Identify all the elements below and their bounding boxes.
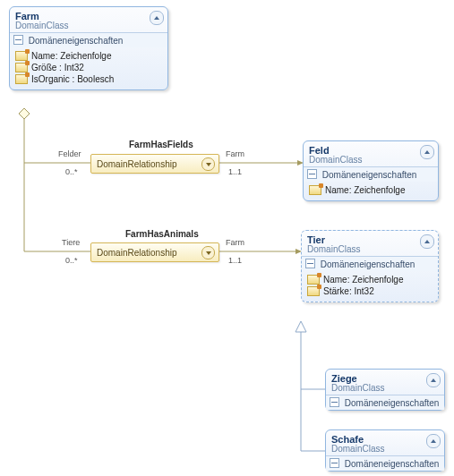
relationship-name: FarmHasFields	[129, 140, 193, 149]
property-icon	[307, 286, 320, 296]
property-row[interactable]: Stärke: Int32	[307, 285, 433, 297]
chevron-up-icon[interactable]	[426, 434, 441, 448]
property-label: IsOrganic : Boolesch	[31, 74, 114, 84]
class-header: Schafe DomainClass	[326, 430, 444, 455]
compartment: Domäneneigenschaften Name: Zeichenfolge …	[302, 256, 438, 302]
chevron-up-icon[interactable]	[420, 234, 434, 249]
multiplicity-label-left: 0..*	[65, 256, 78, 265]
class-farm[interactable]: Farm DomainClass Domäneneigenschaften Na…	[9, 6, 168, 90]
property-row[interactable]: Name: Zeichenfolge	[15, 50, 162, 62]
property-row[interactable]: Name: Zeichenfolge	[307, 274, 433, 285]
compartment-header[interactable]: Domäneneigenschaften	[326, 456, 444, 471]
minus-icon[interactable]	[307, 169, 317, 179]
property-list: Name: Zeichenfolge Stärke: Int32	[302, 271, 438, 302]
property-label: Name: Zeichenfolge	[31, 51, 112, 61]
property-label: Name: Zeichenfolge	[325, 185, 406, 195]
property-list: Name: Zeichenfolge	[304, 182, 438, 200]
class-tier[interactable]: Tier DomainClass Domäneneigenschaften Na…	[301, 230, 439, 302]
compartment-label: Domäneneigenschaften	[345, 459, 440, 469]
diamond-icon	[19, 108, 30, 119]
minus-icon[interactable]	[330, 458, 339, 468]
property-icon	[15, 63, 28, 72]
property-row[interactable]: Name: Zeichenfolge	[309, 184, 433, 196]
multiplicity-label-right: 1..1	[228, 167, 242, 176]
compartment-header[interactable]: Domäneneigenschaften	[326, 395, 444, 410]
compartment: Domäneneigenschaften Name: Zeichenfolge …	[10, 32, 167, 89]
compartment: Domäneneigenschaften	[326, 455, 444, 471]
property-icon	[307, 275, 320, 285]
class-header: Farm DomainClass	[10, 7, 167, 32]
class-header: Ziege DomainClass	[326, 370, 444, 395]
multiplicity-label-right: 1..1	[228, 256, 242, 265]
class-stereotype: DomainClass	[331, 383, 439, 393]
compartment-label: Domäneneigenschaften	[322, 170, 417, 180]
compartment-header[interactable]: Domäneneigenschaften	[10, 33, 167, 47]
chevron-down-icon[interactable]	[201, 246, 215, 259]
class-stereotype: DomainClass	[307, 244, 433, 254]
relationship-name: FarmHasAnimals	[125, 229, 199, 239]
inheritance-arrow-icon	[296, 321, 306, 332]
property-row[interactable]: Größe : Int32	[15, 62, 162, 73]
minus-icon[interactable]	[330, 397, 339, 407]
compartment-label: Domäneneigenschaften	[321, 259, 415, 269]
role-label-left: Felder	[58, 149, 81, 158]
relationship-stereotype: DomainRelationship	[97, 248, 177, 258]
class-stereotype: DomainClass	[331, 444, 439, 454]
property-list: Name: Zeichenfolge Größe : Int32 IsOrgan…	[10, 47, 167, 89]
class-header: Tier DomainClass	[302, 231, 438, 256]
multiplicity-label-left: 0..*	[65, 167, 78, 176]
relationship-farmhasfields[interactable]: DomainRelationship	[90, 154, 219, 174]
role-label-left: Tiere	[62, 238, 80, 247]
relationship-farmhasanimals[interactable]: DomainRelationship	[90, 242, 219, 262]
compartment-label: Domäneneigenschaften	[29, 36, 124, 46]
relationship-stereotype: DomainRelationship	[97, 159, 177, 169]
compartment: Domäneneigenschaften	[326, 395, 444, 410]
compartment-header[interactable]: Domäneneigenschaften	[302, 257, 438, 271]
class-schafe[interactable]: Schafe DomainClass Domäneneigenschaften	[325, 429, 445, 472]
property-icon	[15, 74, 28, 84]
chevron-up-icon[interactable]	[420, 145, 434, 159]
minus-icon[interactable]	[305, 259, 315, 268]
property-row[interactable]: IsOrganic : Boolesch	[15, 73, 162, 85]
property-label: Größe : Int32	[31, 63, 84, 72]
chevron-up-icon[interactable]	[426, 373, 441, 387]
chevron-up-icon[interactable]	[150, 11, 164, 25]
chevron-down-icon[interactable]	[201, 157, 215, 171]
class-feld[interactable]: Feld DomainClass Domäneneigenschaften Na…	[303, 140, 439, 201]
class-stereotype: DomainClass	[309, 155, 433, 165]
compartment-header[interactable]: Domäneneigenschaften	[304, 167, 438, 182]
property-label: Stärke: Int32	[323, 286, 374, 296]
role-label-right: Farm	[226, 149, 244, 158]
role-label-right: Farm	[226, 238, 244, 247]
compartment: Domäneneigenschaften Name: Zeichenfolge	[304, 166, 438, 200]
class-ziege[interactable]: Ziege DomainClass Domäneneigenschaften	[325, 369, 445, 411]
class-stereotype: DomainClass	[15, 21, 162, 30]
property-icon	[15, 51, 28, 61]
minus-icon[interactable]	[13, 35, 23, 45]
class-header: Feld DomainClass	[304, 141, 438, 166]
property-icon	[309, 185, 321, 195]
property-label: Name: Zeichenfolge	[323, 275, 404, 285]
compartment-label: Domäneneigenschaften	[345, 398, 440, 408]
